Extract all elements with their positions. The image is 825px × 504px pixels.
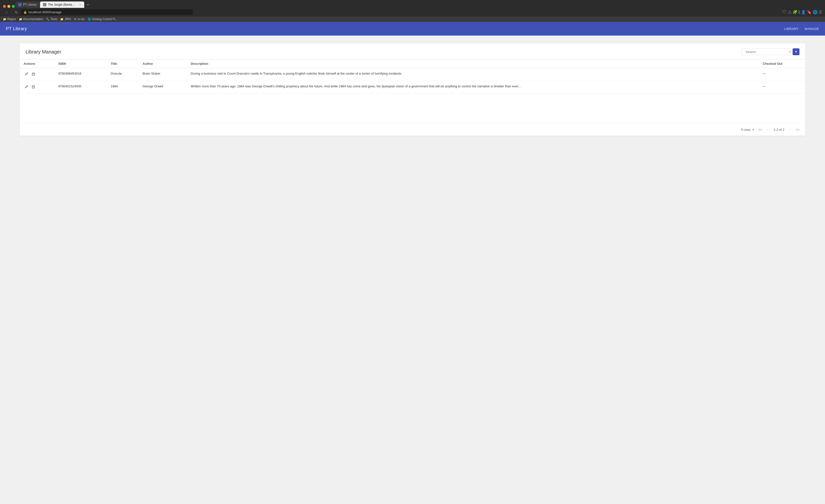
tab-jungle[interactable]: The Jungle (Bantam Classics): U... ✕ [40,1,84,8]
bookmark-repos[interactable]: 📁 Repos [3,17,16,21]
edit-button-row1[interactable] [23,72,29,77]
lock-icon: 🔒 [23,11,27,14]
github-icon: ⚙ [74,18,76,21]
extension-icon-4[interactable]: ℹ [799,10,800,14]
bookmark-label-golang: Golang Control Fl... [92,17,118,21]
extension-icon-5[interactable]: 👤 [801,10,806,14]
row-title-cell: Dracula [107,68,139,81]
chevron-down-icon: ▼ [752,128,755,131]
trash-icon [31,85,35,89]
search-box[interactable]: ✕ [742,48,791,55]
add-book-button[interactable]: + [793,48,800,55]
row-description-cell: Written more than 70 years ago, 1984 was… [187,81,759,94]
new-tab-button[interactable]: + [85,1,91,8]
svg-rect-6 [32,86,34,88]
col-checked-out: Checked Out [759,59,805,68]
library-card: Library Manager ✕ + [20,44,805,136]
table-empty-space [20,94,805,123]
next-page-button[interactable]: › [789,127,793,133]
first-page-button[interactable]: ⏮ [756,127,763,133]
col-isbn: ISBN [55,59,107,68]
tab-favicon-pt [18,3,22,6]
search-input[interactable] [746,50,787,54]
address-bar-row: ‹ › ↻ 🔒 localhost:3000/manage 🛡 ⚠ 🧩 ℹ 👤 … [0,8,825,16]
tab-label-pt: PT Library [23,3,36,6]
app-navbar: PT Library LIBRARY MANAGE [0,22,825,35]
rows-per-page-selector[interactable]: 5 rows ▼ [741,128,755,132]
nav-link-manage[interactable]: MANAGE [805,26,819,32]
traffic-lights [3,5,15,8]
nav-link-library[interactable]: LIBRARY [784,26,799,32]
bookmark-jira[interactable]: 📁 JIRA [60,17,71,21]
col-title: Title [107,59,139,68]
app-brand: PT Library [6,26,784,31]
library-manager-title: Library Manager [25,49,742,55]
books-table: Actions ISBN Title Author Description Ch… [20,59,805,94]
bookmark-rx-ios[interactable]: ⚙ rx-ios [74,17,84,21]
extension-icon-6[interactable]: 🔖 [807,10,812,14]
delete-button-row2[interactable] [30,84,36,90]
bookmarks-bar: 📁 Repos 📁 Documentation 🔧 Tools 📁 JIRA ⚙… [0,16,825,22]
table-header: Actions ISBN Title Author Description Ch… [20,59,805,68]
browser-nav: ‹ › ↻ [5,10,19,15]
close-traffic-light[interactable] [3,5,6,8]
edit-icon [24,85,28,89]
folder-icon-jira: 📁 [60,18,64,21]
delete-button-row1[interactable] [30,72,36,77]
back-button[interactable]: ‹ [5,10,8,15]
bookmark-label-jira: JIRA [65,17,71,21]
tabs-bar: PT Library The Jungle (Bantam Classics):… [0,0,825,8]
minimize-traffic-light[interactable] [7,5,10,8]
bookmark-label-tools: Tools [50,17,57,21]
row-checked-out-cell: — [759,68,805,81]
col-author: Author [139,59,187,68]
maximize-traffic-light[interactable] [12,5,15,8]
table-row: 9780486454016 Dracula Bram Stoker During… [20,68,805,81]
edit-button-row2[interactable] [23,84,29,90]
pagination-bar: 5 rows ▼ ⏮ ‹ 1-2 of 2 › ⏭ [20,123,805,136]
forward-button[interactable]: › [10,10,13,15]
reload-button[interactable]: ↻ [14,10,19,15]
last-page-button[interactable]: ⏭ [795,127,802,133]
url-display: localhost:3000/manage [28,10,190,14]
col-description: Description [187,59,759,68]
browser-extensions: 🛡 ⚠ 🧩 ℹ 👤 🔖 🌐 ☰ [782,10,822,15]
bookmark-documentation[interactable]: 📁 Documentation [19,17,43,21]
row-title-cell: 1984 [107,81,139,94]
tab-pt-library[interactable]: PT Library [15,1,40,8]
col-actions: Actions [20,59,55,68]
extension-icon-1[interactable]: 🛡 [782,10,787,15]
wrench-icon: 🔧 [46,18,49,21]
trash-icon [31,72,35,76]
table-body: 9780486454016 Dracula Bram Stoker During… [20,68,805,94]
prev-page-button[interactable]: ‹ [765,127,769,133]
row-isbn-cell: 9780451524935 [55,81,107,94]
row-isbn-cell: 9780486454016 [55,68,107,81]
extension-icon-7[interactable]: 🌐 [813,10,818,14]
extension-icon-3[interactable]: 🧩 [793,10,798,14]
svg-rect-2 [32,73,34,76]
bookmark-golang[interactable]: 🌐 Golang Control Fl... [88,17,118,21]
folder-icon-docs: 📁 [19,18,22,21]
edit-icon [24,72,28,76]
browser-menu-button[interactable]: ☰ [819,10,822,14]
row-checked-out-cell: — [759,81,805,94]
app-content: Library Manager ✕ + [0,35,825,144]
tab-favicon-jungle [43,3,47,6]
search-clear-icon[interactable]: ✕ [789,50,792,54]
rows-per-page-label: 5 rows [741,128,750,132]
row-author-cell: George Orwell [139,81,187,94]
tab-close-icon[interactable]: ✕ [79,3,81,6]
address-bar[interactable]: 🔒 localhost:3000/manage [21,9,193,15]
extension-icon-2[interactable]: ⚠ [788,10,792,15]
bookmark-tools[interactable]: 🔧 Tools [46,17,57,21]
row-author-cell: Bram Stoker [139,68,187,81]
library-manager-header: Library Manager ✕ + [20,44,805,59]
table-header-row: Actions ISBN Title Author Description Ch… [20,59,805,68]
bookmark-label-repos: Repos [7,17,16,21]
add-icon: + [795,49,798,54]
row-actions-cell [20,81,55,94]
table-row: 9780451524935 1984 George Orwell Written… [20,81,805,94]
bookmark-label-rxios: rx-ios [77,17,84,21]
folder-icon: 📁 [3,18,6,21]
